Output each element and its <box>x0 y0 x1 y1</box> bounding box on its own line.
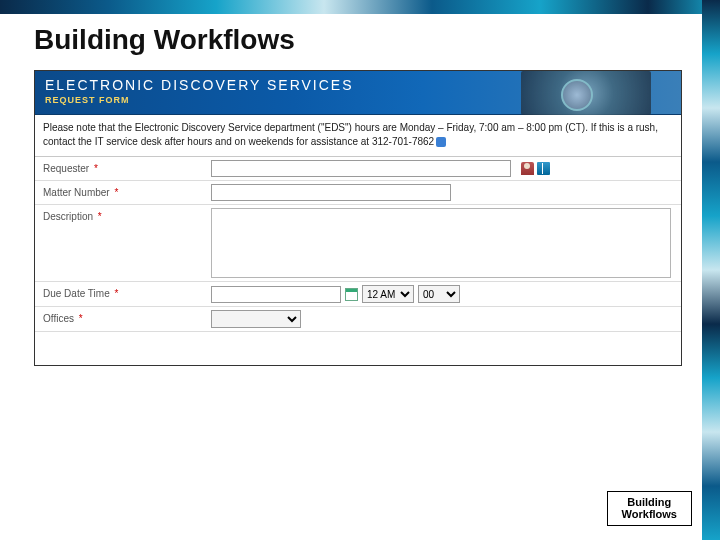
footer-label: Building Workflows <box>607 491 692 526</box>
required-asterisk: * <box>114 288 118 299</box>
required-asterisk: * <box>94 163 98 174</box>
offices-label: Offices * <box>35 307 205 331</box>
offices-select[interactable] <box>211 310 301 328</box>
description-label: Description * <box>35 205 205 281</box>
description-textarea[interactable] <box>211 208 671 278</box>
required-asterisk: * <box>114 187 118 198</box>
footer-label-text: Building Workflows <box>622 496 677 521</box>
due-date-time-label-text: Due Date Time <box>43 288 110 299</box>
banner-title: ELECTRONIC DISCOVERY SERVICES <box>45 77 354 93</box>
due-hour-select[interactable]: 12 AM <box>362 285 414 303</box>
required-asterisk: * <box>79 313 83 324</box>
field-matter-number: Matter Number * <box>35 181 681 205</box>
matter-number-input[interactable] <box>211 184 451 201</box>
field-description: Description * <box>35 205 681 282</box>
required-asterisk: * <box>98 211 102 222</box>
matter-number-label-text: Matter Number <box>43 187 110 198</box>
decorative-border-top <box>0 0 720 14</box>
slide-title: Building Workflows <box>34 24 295 56</box>
banner-subtitle: REQUEST FORM <box>45 95 130 105</box>
matter-number-label: Matter Number * <box>35 181 205 204</box>
offices-label-text: Offices <box>43 313 74 324</box>
due-date-input[interactable] <box>211 286 341 303</box>
form-screenshot: ELECTRONIC DISCOVERY SERVICES REQUEST FO… <box>34 70 682 366</box>
due-date-time-label: Due Date Time * <box>35 282 205 306</box>
calendar-icon[interactable] <box>345 288 358 301</box>
requester-input[interactable] <box>211 160 511 177</box>
notice-text: Please note that the Electronic Discover… <box>35 115 681 157</box>
field-due-date-time: Due Date Time * 12 AM 00 <box>35 282 681 307</box>
banner-artwork <box>521 71 651 115</box>
form-banner: ELECTRONIC DISCOVERY SERVICES REQUEST FO… <box>35 71 681 115</box>
notice-body: Please note that the Electronic Discover… <box>43 122 658 147</box>
decorative-border-right <box>702 0 720 540</box>
requester-label: Requester * <box>35 157 205 180</box>
address-book-icon[interactable] <box>537 162 550 175</box>
due-minute-select[interactable]: 00 <box>418 285 460 303</box>
person-check-icon[interactable] <box>521 162 534 175</box>
link-icon <box>436 137 446 147</box>
description-label-text: Description <box>43 211 93 222</box>
field-requester: Requester * <box>35 157 681 181</box>
requester-label-text: Requester <box>43 163 89 174</box>
field-offices: Offices * <box>35 307 681 332</box>
